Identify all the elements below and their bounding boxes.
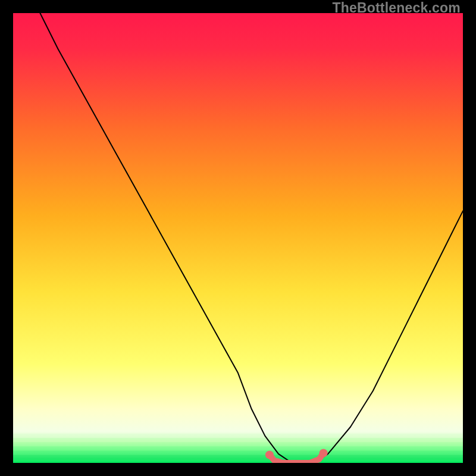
gradient-background	[13, 13, 463, 463]
watermark-text: TheBottleneck.com	[332, 0, 461, 16]
svg-rect-0	[13, 434, 463, 439]
chart-frame	[13, 13, 463, 463]
svg-rect-3	[13, 446, 463, 451]
marker-endpoint	[320, 449, 328, 457]
green-bands	[13, 434, 463, 460]
svg-rect-4	[13, 451, 463, 456]
svg-rect-1	[13, 438, 463, 443]
marker-endpoint	[265, 450, 274, 459]
svg-rect-5	[13, 455, 463, 460]
svg-rect-2	[13, 442, 463, 447]
bottleneck-chart	[13, 13, 463, 463]
